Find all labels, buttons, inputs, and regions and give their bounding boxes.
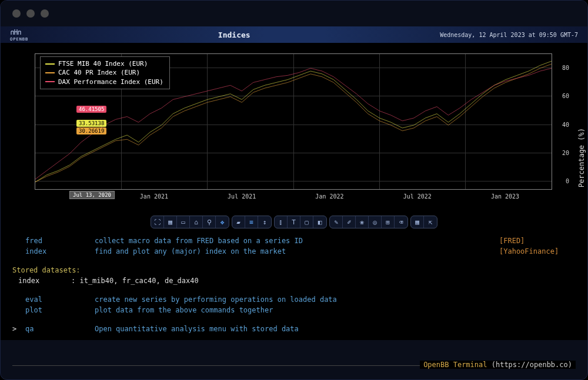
cmd-fred[interactable]: fred [12,236,95,246]
xtick: Jul 2022 [403,193,432,200]
legend-item[interactable]: CAC 40 PR Index (EUR) [45,68,163,77]
close-dot[interactable] [12,9,21,18]
maximize-dot[interactable] [41,9,49,18]
move-icon[interactable]: ✥ [216,216,229,228]
home-icon[interactable]: ⌂ [190,216,203,228]
color-icon[interactable]: ◧ [313,216,326,228]
hover-label-dax: 46.41505 [76,106,106,113]
legend-label: DAX Performance Index (EUR) [58,78,163,86]
ytick: 40 [562,121,569,127]
hover-label-cac: 30.26619 [76,127,106,134]
xtick: Jan 2022 [315,193,343,200]
stored-val: : it_mib40, fr_cac40, de_dax40 [71,275,576,286]
cmd-index[interactable]: index [12,246,95,257]
rect-icon[interactable]: ▢ [300,216,313,228]
chart-area[interactable]: FTSE MIB 40 Index (EUR)CAC 40 PR Index (… [1,43,587,213]
hover-label-ftse: 33.53138 [76,120,106,127]
desc: collect macro data from FRED based on a … [95,236,499,246]
external-icon[interactable]: ⇱ [424,216,437,228]
toolbar-group: ▰≡↕ [232,216,272,228]
lines-icon[interactable]: ≡ [245,216,258,228]
chart-toolbar: ⛶▦▭⌂⚲✥▰≡↕⫿T▢◧✎✐❀◎⊞⌫▦⇱ [1,213,587,233]
desc: find and plot any (major) index on the m… [95,246,499,257]
legend-label: CAC 40 PR Index (EUR) [58,68,140,77]
toolbar-group: ▦⇱ [410,216,437,228]
legend-label: FTSE MIB 40 Index (EUR) [58,59,148,68]
titlebar [1,1,587,26]
src: [YahooFinance] [499,246,576,257]
grid-icon[interactable]: ▦ [411,216,424,228]
desc: plot data from the above commands togeth… [95,305,576,315]
plot-box[interactable]: FTSE MIB 40 Index (EUR)CAC 40 PR Index (… [35,53,552,190]
legend-swatch [45,81,55,82]
legend-item[interactable]: FTSE MIB 40 Index (EUR) [45,59,163,68]
text-icon[interactable]: T [288,216,300,228]
ruler-icon[interactable]: ↕ [258,216,271,228]
logo-icon [11,28,28,36]
expand-icon[interactable]: ⛶ [151,216,164,228]
leaf1-icon[interactable]: ✎ [330,216,343,228]
delete-icon[interactable]: ⌫ [395,216,407,228]
xtick: Jul 2021 [228,193,256,200]
leaf2-icon[interactable]: ❀ [356,216,369,228]
ytick: 20 [562,149,569,156]
terminal-output: fred collect macro data from FRED based … [1,233,587,340]
search-icon[interactable]: ⚲ [203,216,216,228]
footer-brand: OpenBB Terminal [423,361,487,369]
desc: create new series by performing operatio… [95,294,576,305]
ytick: 0 [566,178,569,184]
header-datetime: Wednesday, 12 April 2023 at 09:50 GMT-7 [440,32,578,38]
page-title: Indices [218,31,250,39]
cmd-qa[interactable]: qa [25,324,95,334]
xtick: Jan 2021 [140,193,168,200]
desc: Open quantitative analysis menu with sto… [95,324,576,334]
hover-x-label: Jul 13, 2020 [69,191,115,199]
legend-swatch [45,72,55,73]
chart-legend: FTSE MIB 40 Index (EUR)CAC 40 PR Index (… [40,56,170,89]
stored-head: Stored datasets: [12,265,576,275]
minus-icon[interactable]: ▭ [177,216,190,228]
tag-icon[interactable]: ▰ [232,216,245,228]
src: [FRED] [499,236,576,246]
ytick: 60 [562,93,569,99]
y-axis-label: Percentage (%) [577,128,586,187]
legend-swatch [45,63,55,65]
brush-icon[interactable]: ✐ [343,216,356,228]
footer-url[interactable]: (https://openbb.co) [487,361,573,369]
prompt: > [12,324,25,334]
plus-icon[interactable]: ▦ [164,216,177,228]
cmd-eval[interactable]: eval [12,294,95,305]
toolbar-group: ⛶▦▭⌂⚲✥ [151,216,229,228]
add-icon[interactable]: ⊞ [382,216,395,228]
app-window: OPENBB Indices Wednesday, 12 April 2023 … [0,0,588,380]
target-icon[interactable]: ◎ [369,216,382,228]
cmd-plot[interactable]: plot [12,305,95,315]
toolbar-group: ⫿T▢◧ [274,216,327,228]
header-bar: OPENBB Indices Wednesday, 12 April 2023 … [1,26,587,43]
ytick: 80 [562,65,569,71]
minimize-dot[interactable] [26,9,35,18]
brand-logo: OPENBB [10,28,28,42]
xtick: Jan 2023 [491,193,519,200]
legend-item[interactable]: DAX Performance Index (EUR) [45,78,163,86]
toolbar-group: ✎✐❀◎⊞⌫ [329,216,408,228]
footer: OpenBB Terminal (https://openbb.co) [12,365,576,369]
chart-icon[interactable]: ⫿ [275,216,288,228]
brand-text: OPENBB [10,37,28,42]
